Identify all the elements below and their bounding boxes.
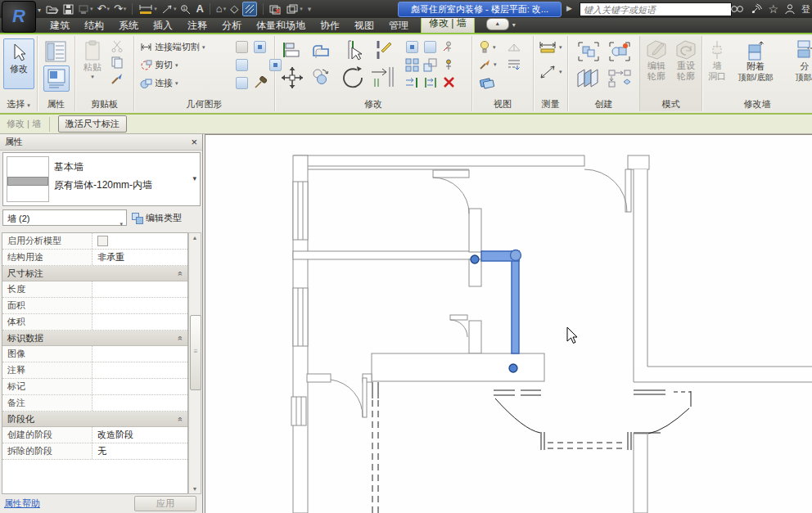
edit-profile-button[interactable]: 编辑轮廓 (643, 38, 670, 97)
scale-icon[interactable] (423, 58, 437, 72)
mirror-axis-icon[interactable] (424, 41, 436, 53)
create-assembly-icon[interactable] (575, 67, 601, 88)
wall-right-lower[interactable] (634, 434, 647, 513)
tag-icon[interactable]: 1 (180, 4, 192, 15)
text-icon[interactable]: A (196, 2, 203, 16)
attach-top-base-button[interactable]: 附着顶部/底部 (732, 38, 779, 97)
isolate-category-icon[interactable] (507, 41, 521, 54)
detach-top-base-button[interactable]: 分顶部/ (781, 38, 812, 97)
window-1[interactable] (293, 182, 308, 240)
temporary-hide-isolate-icon[interactable]: ▾ (479, 40, 496, 54)
properties-scrollbar[interactable]: ▲ ≡ ▼ (188, 232, 201, 494)
trim-extend-single-icon[interactable] (370, 65, 395, 88)
panel-label-create[interactable]: 创建 (568, 98, 639, 110)
create-group-icon[interactable] (576, 40, 601, 63)
wall-divider[interactable] (293, 251, 483, 259)
measure-between-refs-icon[interactable]: ▾ (539, 41, 562, 53)
demolished-wall-vertical[interactable] (372, 400, 378, 513)
activate-dimensions-button[interactable]: 激活尺寸标注 (58, 115, 127, 133)
wall-top[interactable] (294, 155, 584, 166)
wall-opening-button[interactable]: 墙洞口 (704, 38, 730, 97)
scrollbar-thumb[interactable]: ≡ (190, 315, 201, 390)
user-icon[interactable] (784, 3, 796, 15)
apply-button[interactable]: 应用 (134, 496, 196, 511)
close-icon[interactable]: × (191, 136, 197, 148)
array-grid-icon[interactable] (405, 58, 419, 72)
wall-right-cap[interactable] (628, 155, 649, 169)
communication-center-icon[interactable] (750, 3, 762, 15)
modify-tool-button[interactable]: 修改 (3, 38, 34, 89)
linework-icon[interactable] (507, 58, 521, 71)
scroll-down-icon[interactable]: ▼ (190, 486, 200, 492)
property-value[interactable]: 无 (92, 443, 187, 459)
wall-corner-grip[interactable] (511, 250, 521, 261)
demolish-icon[interactable] (254, 75, 268, 89)
cut-geometry-button[interactable]: 剪切▾ (140, 59, 178, 71)
wall-end-grip[interactable] (509, 364, 517, 372)
title-expand-icon[interactable]: ▶ (566, 4, 572, 12)
offset-icon[interactable] (311, 41, 332, 59)
checkbox[interactable] (97, 236, 108, 246)
wall-interior-upper[interactable] (469, 209, 481, 252)
multi-align-icon[interactable] (423, 76, 438, 89)
cut-joins-button[interactable]: 连接端切割▾ (140, 41, 205, 53)
section-row[interactable]: 尺寸标注» (2, 266, 187, 281)
panel-label-select[interactable]: 选择 ▾ (0, 98, 37, 110)
window-3[interactable] (291, 397, 306, 425)
copy-icon[interactable] (311, 67, 332, 87)
tab-管理[interactable]: 管理 (381, 17, 416, 33)
thin-lines-icon[interactable] (242, 2, 257, 16)
wall-interior-mid-b[interactable] (469, 321, 481, 353)
aligned-dimension-icon[interactable]: ▾ (539, 64, 562, 80)
wall-hall[interactable] (372, 353, 544, 381)
create-similar-icon[interactable] (607, 40, 632, 63)
wall-end-grip[interactable] (471, 255, 479, 263)
selected-wall-vertical[interactable] (512, 251, 519, 353)
dimension-icon[interactable]: ▾ (138, 2, 157, 16)
property-value[interactable]: 改造阶段 (92, 427, 187, 443)
double-door-left-leaf[interactable] (494, 390, 541, 395)
property-value[interactable] (92, 281, 187, 297)
close-hidden-windows-icon[interactable] (269, 4, 282, 15)
default-3d-view-icon[interactable]: ⌂▾ (216, 2, 226, 16)
beam-joins-icon[interactable] (254, 41, 266, 53)
property-value[interactable] (92, 346, 187, 362)
property-value[interactable] (92, 233, 187, 249)
property-value[interactable] (92, 298, 187, 313)
array-icon[interactable] (406, 41, 418, 53)
match-type-properties-icon[interactable] (111, 72, 124, 85)
delete-icon[interactable] (442, 75, 456, 89)
redo-icon[interactable]: ↷▾ (114, 2, 126, 16)
door-leaf-2[interactable] (450, 315, 467, 320)
wall-joins-icon[interactable] (236, 59, 248, 71)
panel-label-modify[interactable]: 修改 (275, 98, 471, 110)
tab-建筑[interactable]: 建筑 (43, 17, 77, 33)
search-icon[interactable] (730, 3, 744, 15)
panel-label-view[interactable]: 视图 (472, 98, 533, 110)
unpin-icon[interactable] (442, 40, 455, 53)
measure-icon[interactable]: ▾ (161, 2, 177, 16)
section-row[interactable]: 标识数据» (2, 331, 187, 346)
instance-filter-dropdown[interactable]: 墙 (2) ▾ (2, 209, 127, 226)
cut-to-clipboard-icon[interactable] (111, 40, 124, 52)
move-icon[interactable] (280, 65, 304, 90)
panel-label-measure[interactable]: 测量 (534, 98, 567, 110)
panel-label-geometry[interactable]: 几何图形 (134, 98, 274, 110)
sign-in-label[interactable]: 登 (801, 3, 810, 16)
type-selector[interactable]: 基本墙 原有墙体-120mm-内墙 ▾ (2, 152, 201, 206)
favorites-icon[interactable]: ☆ (768, 2, 778, 16)
type-selector-dropdown-icon[interactable]: ▾ (192, 174, 196, 182)
panel-label-mode[interactable]: 模式 (640, 98, 701, 110)
property-value[interactable] (92, 395, 187, 411)
join-geometry-button[interactable]: 连接▾ (140, 77, 178, 89)
open-icon[interactable] (46, 4, 59, 15)
copy-to-clipboard-icon[interactable] (111, 56, 124, 69)
align-icon[interactable] (282, 41, 301, 59)
pin-icon[interactable] (442, 58, 455, 71)
type-properties-button[interactable] (43, 65, 70, 92)
rotate-icon[interactable] (341, 65, 365, 90)
application-menu-button[interactable]: R (2, 1, 36, 33)
split-face-icon[interactable] (236, 77, 248, 89)
paste-button[interactable]: 粘贴 ▾ (79, 38, 106, 96)
tab-插入[interactable]: 插入 (146, 17, 180, 33)
